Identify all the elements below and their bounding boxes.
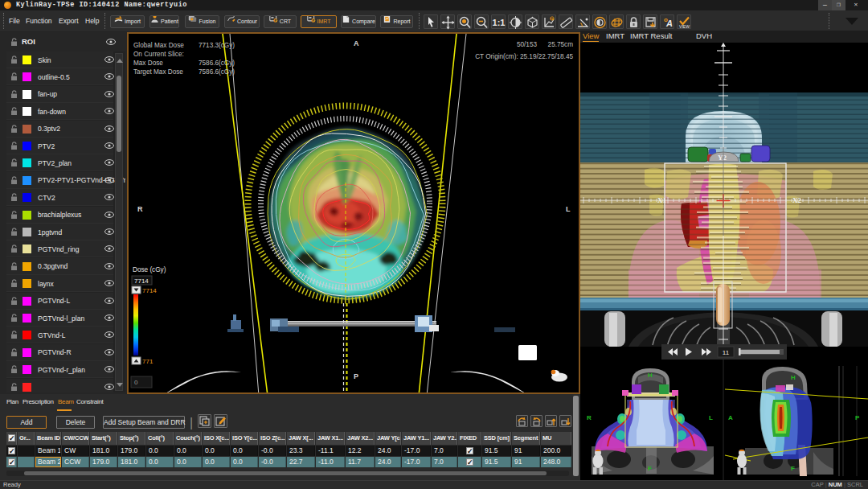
svg-text:771: 771 (142, 358, 154, 365)
svg-text:Target Max Dose: Target Max Dose (133, 68, 183, 76)
svg-text:Y2: Y2 (718, 154, 727, 162)
svg-text:7586.6(cGy): 7586.6(cGy) (199, 60, 235, 67)
svg-text:7714: 7714 (134, 277, 149, 285)
svg-text:H: H (791, 374, 796, 381)
svg-text:7713.3(cGy): 7713.3(cGy) (199, 42, 235, 49)
svg-text:25.75cm: 25.75cm (548, 41, 574, 48)
svg-text:50/153: 50/153 (517, 41, 537, 48)
svg-text:P: P (354, 372, 358, 380)
svg-text:P: P (274, 18, 276, 23)
svg-text:7714: 7714 (142, 287, 157, 294)
svg-text:CT Origin(cm): 25.19/22.75/18.: CT Origin(cm): 25.19/22.75/18.45 (475, 53, 573, 60)
svg-text:P: P (855, 414, 860, 421)
svg-text:VIEW: VIEW (679, 24, 690, 29)
svg-text:Max Dose: Max Dose (133, 60, 163, 67)
svg-text:X1: X1 (657, 196, 666, 204)
svg-text:Dose (cGy): Dose (cGy) (133, 266, 166, 273)
svg-text:L: L (709, 414, 713, 421)
svg-text:1:1: 1:1 (493, 18, 506, 27)
svg-text:0: 0 (134, 379, 138, 386)
svg-text:R: R (137, 205, 143, 213)
svg-text:P: P (312, 18, 314, 23)
svg-text:A: A (728, 414, 733, 421)
svg-text:F: F (791, 465, 795, 472)
svg-text:H: H (648, 372, 653, 379)
svg-text:A: A (354, 39, 359, 47)
svg-text:11: 11 (723, 349, 730, 356)
svg-text:A: A (665, 18, 673, 28)
svg-text:X2: X2 (792, 196, 801, 204)
svg-text:Global Max Dose: Global Max Dose (133, 42, 184, 49)
svg-text:On Current Slice:: On Current Slice: (133, 51, 184, 58)
svg-text:R: R (587, 414, 592, 421)
svg-text:7586.6(cGy): 7586.6(cGy) (199, 68, 235, 76)
svg-text:L: L (566, 205, 571, 213)
svg-text:F: F (648, 465, 652, 472)
svg-text:P: P (551, 17, 553, 21)
